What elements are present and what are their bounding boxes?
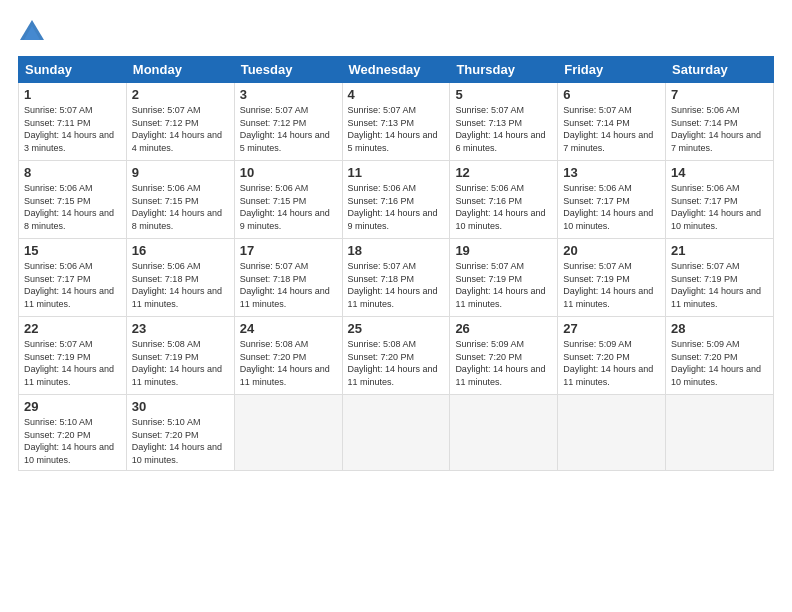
day-info: Sunrise: 5:07 AMSunset: 7:19 PMDaylight:… [24,338,121,388]
day-info: Sunrise: 5:09 AMSunset: 7:20 PMDaylight:… [671,338,768,388]
day-number: 21 [671,243,768,258]
logo [18,18,50,46]
calendar-cell: 20Sunrise: 5:07 AMSunset: 7:19 PMDayligh… [558,239,666,317]
day-info: Sunrise: 5:06 AMSunset: 7:15 PMDaylight:… [132,182,229,232]
calendar-header-row: SundayMondayTuesdayWednesdayThursdayFrid… [19,57,774,83]
calendar-cell: 11Sunrise: 5:06 AMSunset: 7:16 PMDayligh… [342,161,450,239]
logo-icon [18,18,46,46]
day-info: Sunrise: 5:07 AMSunset: 7:11 PMDaylight:… [24,104,121,154]
day-number: 4 [348,87,445,102]
calendar-week-1: 1Sunrise: 5:07 AMSunset: 7:11 PMDaylight… [19,83,774,161]
calendar-cell: 21Sunrise: 5:07 AMSunset: 7:19 PMDayligh… [666,239,774,317]
day-number: 12 [455,165,552,180]
weekday-header-sunday: Sunday [19,57,127,83]
day-number: 7 [671,87,768,102]
day-number: 14 [671,165,768,180]
day-number: 3 [240,87,337,102]
day-number: 15 [24,243,121,258]
calendar-cell: 10Sunrise: 5:06 AMSunset: 7:15 PMDayligh… [234,161,342,239]
day-number: 17 [240,243,337,258]
calendar-week-3: 15Sunrise: 5:06 AMSunset: 7:17 PMDayligh… [19,239,774,317]
calendar-cell: 26Sunrise: 5:09 AMSunset: 7:20 PMDayligh… [450,317,558,395]
day-number: 23 [132,321,229,336]
calendar-cell: 7Sunrise: 5:06 AMSunset: 7:14 PMDaylight… [666,83,774,161]
calendar-cell [666,395,774,471]
weekday-header-thursday: Thursday [450,57,558,83]
calendar-cell [342,395,450,471]
day-number: 26 [455,321,552,336]
day-info: Sunrise: 5:06 AMSunset: 7:17 PMDaylight:… [563,182,660,232]
day-info: Sunrise: 5:08 AMSunset: 7:20 PMDaylight:… [348,338,445,388]
day-info: Sunrise: 5:09 AMSunset: 7:20 PMDaylight:… [563,338,660,388]
calendar-week-2: 8Sunrise: 5:06 AMSunset: 7:15 PMDaylight… [19,161,774,239]
day-info: Sunrise: 5:07 AMSunset: 7:19 PMDaylight:… [563,260,660,310]
day-number: 25 [348,321,445,336]
calendar-cell: 23Sunrise: 5:08 AMSunset: 7:19 PMDayligh… [126,317,234,395]
day-number: 8 [24,165,121,180]
calendar-cell [450,395,558,471]
day-info: Sunrise: 5:07 AMSunset: 7:18 PMDaylight:… [240,260,337,310]
calendar-week-4: 22Sunrise: 5:07 AMSunset: 7:19 PMDayligh… [19,317,774,395]
day-info: Sunrise: 5:07 AMSunset: 7:12 PMDaylight:… [240,104,337,154]
day-info: Sunrise: 5:09 AMSunset: 7:20 PMDaylight:… [455,338,552,388]
day-number: 29 [24,399,121,414]
day-number: 22 [24,321,121,336]
day-number: 10 [240,165,337,180]
page-header [18,18,774,46]
day-info: Sunrise: 5:07 AMSunset: 7:13 PMDaylight:… [455,104,552,154]
calendar-week-5: 29Sunrise: 5:10 AMSunset: 7:20 PMDayligh… [19,395,774,471]
calendar-cell: 15Sunrise: 5:06 AMSunset: 7:17 PMDayligh… [19,239,127,317]
day-number: 28 [671,321,768,336]
day-number: 30 [132,399,229,414]
calendar-cell [558,395,666,471]
calendar-cell: 29Sunrise: 5:10 AMSunset: 7:20 PMDayligh… [19,395,127,471]
weekday-header-monday: Monday [126,57,234,83]
calendar-cell [234,395,342,471]
day-number: 13 [563,165,660,180]
day-info: Sunrise: 5:07 AMSunset: 7:19 PMDaylight:… [671,260,768,310]
day-info: Sunrise: 5:06 AMSunset: 7:17 PMDaylight:… [671,182,768,232]
day-info: Sunrise: 5:07 AMSunset: 7:18 PMDaylight:… [348,260,445,310]
calendar-cell: 17Sunrise: 5:07 AMSunset: 7:18 PMDayligh… [234,239,342,317]
weekday-header-tuesday: Tuesday [234,57,342,83]
day-info: Sunrise: 5:06 AMSunset: 7:14 PMDaylight:… [671,104,768,154]
calendar-cell: 12Sunrise: 5:06 AMSunset: 7:16 PMDayligh… [450,161,558,239]
day-info: Sunrise: 5:06 AMSunset: 7:15 PMDaylight:… [240,182,337,232]
day-number: 20 [563,243,660,258]
day-number: 2 [132,87,229,102]
day-info: Sunrise: 5:06 AMSunset: 7:16 PMDaylight:… [455,182,552,232]
weekday-header-friday: Friday [558,57,666,83]
calendar-cell: 24Sunrise: 5:08 AMSunset: 7:20 PMDayligh… [234,317,342,395]
day-number: 16 [132,243,229,258]
calendar-cell: 14Sunrise: 5:06 AMSunset: 7:17 PMDayligh… [666,161,774,239]
calendar-cell: 27Sunrise: 5:09 AMSunset: 7:20 PMDayligh… [558,317,666,395]
calendar-cell: 3Sunrise: 5:07 AMSunset: 7:12 PMDaylight… [234,83,342,161]
calendar-cell: 8Sunrise: 5:06 AMSunset: 7:15 PMDaylight… [19,161,127,239]
day-info: Sunrise: 5:08 AMSunset: 7:20 PMDaylight:… [240,338,337,388]
calendar-cell: 13Sunrise: 5:06 AMSunset: 7:17 PMDayligh… [558,161,666,239]
calendar-cell: 9Sunrise: 5:06 AMSunset: 7:15 PMDaylight… [126,161,234,239]
calendar-cell: 22Sunrise: 5:07 AMSunset: 7:19 PMDayligh… [19,317,127,395]
day-number: 18 [348,243,445,258]
calendar-cell: 6Sunrise: 5:07 AMSunset: 7:14 PMDaylight… [558,83,666,161]
day-info: Sunrise: 5:10 AMSunset: 7:20 PMDaylight:… [24,416,121,466]
calendar-cell: 18Sunrise: 5:07 AMSunset: 7:18 PMDayligh… [342,239,450,317]
calendar-cell: 16Sunrise: 5:06 AMSunset: 7:18 PMDayligh… [126,239,234,317]
day-number: 27 [563,321,660,336]
weekday-header-saturday: Saturday [666,57,774,83]
day-info: Sunrise: 5:06 AMSunset: 7:15 PMDaylight:… [24,182,121,232]
day-info: Sunrise: 5:08 AMSunset: 7:19 PMDaylight:… [132,338,229,388]
day-info: Sunrise: 5:10 AMSunset: 7:20 PMDaylight:… [132,416,229,466]
day-info: Sunrise: 5:07 AMSunset: 7:19 PMDaylight:… [455,260,552,310]
calendar-cell: 4Sunrise: 5:07 AMSunset: 7:13 PMDaylight… [342,83,450,161]
day-number: 11 [348,165,445,180]
calendar-cell: 25Sunrise: 5:08 AMSunset: 7:20 PMDayligh… [342,317,450,395]
day-number: 9 [132,165,229,180]
calendar-cell: 28Sunrise: 5:09 AMSunset: 7:20 PMDayligh… [666,317,774,395]
calendar-cell: 19Sunrise: 5:07 AMSunset: 7:19 PMDayligh… [450,239,558,317]
day-info: Sunrise: 5:06 AMSunset: 7:17 PMDaylight:… [24,260,121,310]
day-number: 5 [455,87,552,102]
day-info: Sunrise: 5:07 AMSunset: 7:13 PMDaylight:… [348,104,445,154]
calendar-cell: 2Sunrise: 5:07 AMSunset: 7:12 PMDaylight… [126,83,234,161]
day-info: Sunrise: 5:06 AMSunset: 7:18 PMDaylight:… [132,260,229,310]
